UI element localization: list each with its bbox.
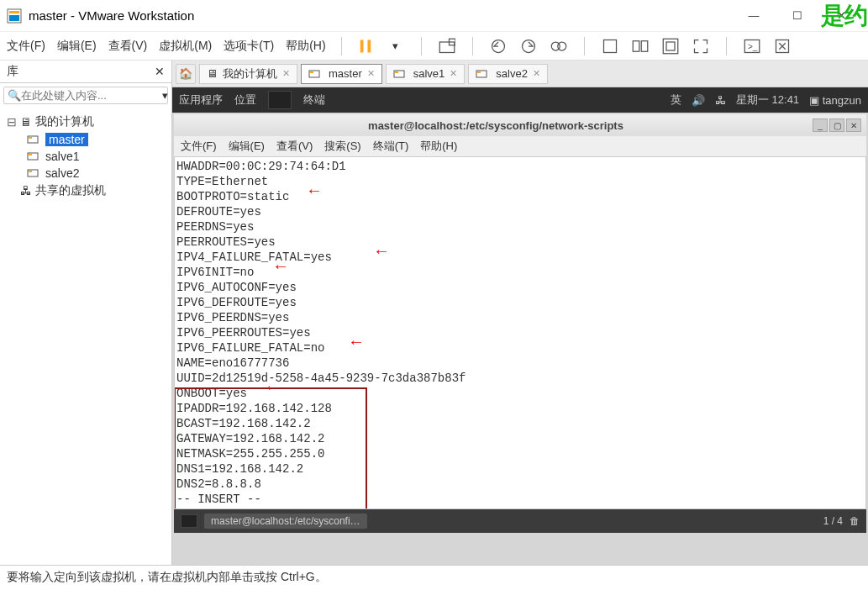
annotation-arrow: ← xyxy=(276,260,286,275)
term-menu-edit[interactable]: 编辑(E) xyxy=(229,139,265,154)
term-menu-file[interactable]: 文件(F) xyxy=(181,139,217,154)
app-icon xyxy=(7,8,22,24)
svg-rect-28 xyxy=(395,71,398,73)
tree-item-salve1[interactable]: salve1 xyxy=(3,148,168,165)
sidebar-close-icon[interactable]: ✕ xyxy=(155,65,165,78)
highlight-box xyxy=(174,387,367,509)
collapse-icon[interactable]: ⊟ xyxy=(7,115,17,129)
taskbar-window-button[interactable]: master@localhost:/etc/sysconfi… xyxy=(204,514,367,529)
separator xyxy=(726,37,727,55)
tab-mycomputer[interactable]: 🖥 我的计算机 ✕ xyxy=(199,64,297,84)
vm-icon xyxy=(27,150,39,162)
separator xyxy=(421,37,422,55)
term-menu-search[interactable]: 搜索(S) xyxy=(324,139,360,154)
tab-close-icon[interactable]: ✕ xyxy=(282,68,290,79)
svg-rect-14 xyxy=(663,39,678,54)
svg-rect-20 xyxy=(29,137,32,139)
minimize-button[interactable]: — xyxy=(742,9,765,22)
statusbar-hint: 要将输入定向到该虚拟机，请在虚拟机内部单击或按 Ctrl+G。 xyxy=(7,570,327,585)
svg-rect-2 xyxy=(9,15,19,21)
maximize-button[interactable]: ☐ xyxy=(786,9,809,22)
unity-view-icon[interactable] xyxy=(662,38,679,55)
dropdown-icon[interactable]: ▾ xyxy=(387,38,404,55)
tab-master[interactable]: master ✕ xyxy=(301,64,382,84)
tab-salve2[interactable]: salve2 ✕ xyxy=(468,64,548,84)
separator xyxy=(341,37,342,55)
gnome-apps-menu[interactable]: 应用程序 xyxy=(179,92,223,108)
computer-icon: 🖥 xyxy=(20,115,32,129)
menu-tabs[interactable]: 选项卡(T) xyxy=(224,39,274,54)
search-input[interactable] xyxy=(21,89,162,102)
term-maximize-button[interactable]: ▢ xyxy=(829,119,844,132)
term-minimize-button[interactable]: _ xyxy=(813,119,828,132)
annotation-arrow: ← xyxy=(351,335,361,350)
split-view-icon[interactable] xyxy=(632,38,649,55)
menu-file[interactable]: 文件(F) xyxy=(7,39,45,54)
clock[interactable]: 星期一 12:41 xyxy=(736,92,799,108)
menu-vm[interactable]: 虚拟机(M) xyxy=(159,39,212,54)
console-icon[interactable]: >_ xyxy=(744,38,760,55)
network-icon[interactable]: 🖧 xyxy=(715,94,726,107)
tab-close-icon[interactable]: ✕ xyxy=(367,68,375,79)
vm-icon xyxy=(393,68,405,80)
snapshot-fwd-icon[interactable] xyxy=(520,38,537,55)
svg-rect-1 xyxy=(9,11,19,13)
svg-rect-30 xyxy=(477,71,481,73)
dropdown-icon[interactable]: ▾ xyxy=(162,89,168,102)
volume-icon[interactable]: 🔊 xyxy=(692,94,705,107)
screenshot-icon[interactable] xyxy=(439,38,455,55)
svg-rect-26 xyxy=(310,71,313,73)
tab-close-icon[interactable]: ✕ xyxy=(533,68,540,79)
tree-root-mycomputer[interactable]: ⊟ 🖥 我的计算机 xyxy=(3,113,168,131)
input-method-icon[interactable]: 英 xyxy=(671,92,681,108)
svg-rect-3 xyxy=(360,40,363,52)
fullscreen-icon[interactable] xyxy=(692,38,709,55)
term-menu-view[interactable]: 查看(V) xyxy=(276,139,313,154)
vm-icon xyxy=(308,68,320,80)
annotation-arrow: ← xyxy=(376,245,387,260)
gnome-places-menu[interactable]: 位置 xyxy=(234,92,256,108)
menu-view[interactable]: 查看(V) xyxy=(108,39,148,54)
search-box[interactable]: 🔍 ▾ xyxy=(3,87,168,104)
window-title: master - VMware Workstation xyxy=(29,8,742,23)
snapshot-manager-icon[interactable] xyxy=(550,38,567,55)
taskbar-terminal-icon[interactable] xyxy=(181,514,197,528)
computer-icon: 🖥 xyxy=(207,67,218,80)
shared-icon: 🖧 xyxy=(20,184,32,198)
home-button[interactable]: 🏠 xyxy=(176,64,196,84)
sidebar-title: 库 xyxy=(7,64,18,79)
terminal-title: master@localhost:/etc/sysconfig/network-… xyxy=(179,119,813,132)
svg-rect-5 xyxy=(439,42,455,53)
workspace-pager[interactable]: 1 / 4 xyxy=(823,515,843,527)
term-menu-help[interactable]: 帮助(H) xyxy=(420,139,457,154)
tab-close-icon[interactable]: ✕ xyxy=(450,68,457,79)
snapshot-back-icon[interactable] xyxy=(490,38,507,55)
term-close-button[interactable]: ✕ xyxy=(846,119,861,132)
svg-rect-4 xyxy=(367,40,371,52)
svg-rect-13 xyxy=(641,40,648,51)
vm-icon xyxy=(27,167,39,179)
term-menu-terminal[interactable]: 终端(T) xyxy=(373,139,409,154)
annotation-arrow: ← xyxy=(309,184,319,199)
tree-item-master[interactable]: master xyxy=(3,131,168,148)
terminal-launcher-icon[interactable] xyxy=(268,91,292,109)
search-icon: 🔍 xyxy=(8,89,21,102)
fit-icon[interactable] xyxy=(774,38,791,55)
tree-shared-vms[interactable]: 🖧 共享的虚拟机 xyxy=(3,182,168,200)
annotation-arrow: ← xyxy=(267,381,277,396)
svg-rect-15 xyxy=(666,42,675,50)
vm-icon xyxy=(27,134,39,145)
menu-help[interactable]: 帮助(H) xyxy=(286,39,325,54)
svg-point-10 xyxy=(557,42,566,50)
tab-salve1[interactable]: salve1 ✕ xyxy=(386,64,466,84)
user-menu[interactable]: ▣ tangzun xyxy=(809,94,861,107)
svg-rect-22 xyxy=(29,154,32,155)
terminal-content[interactable]: HWADDR=00:0C:29:74:64:D1 TYPE=Ethernet B… xyxy=(174,156,866,509)
pause-icon[interactable] xyxy=(357,38,374,55)
menu-edit[interactable]: 编辑(E) xyxy=(57,39,97,54)
trash-icon[interactable]: 🗑 xyxy=(850,515,860,527)
tree-item-salve2[interactable]: salve2 xyxy=(3,165,168,182)
vm-icon xyxy=(476,68,487,80)
separator xyxy=(472,37,473,55)
single-view-icon[interactable] xyxy=(602,38,618,55)
